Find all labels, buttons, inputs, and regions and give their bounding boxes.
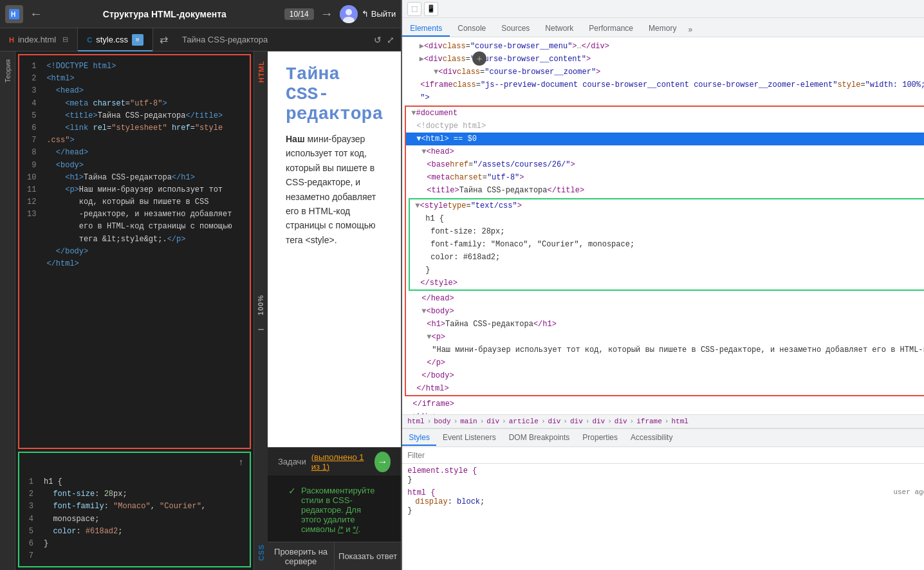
css-icon: C [87, 36, 92, 44]
breadcrumb-body[interactable]: body [434, 418, 450, 425]
dom-line: </iframe> [402, 398, 924, 410]
tab-close-html[interactable]: ⊟ [62, 35, 68, 44]
expand-icon[interactable]: ⤢ [387, 35, 394, 45]
logo: H [5, 5, 23, 23]
style-rule-html: user agent stylesheet html { display: bl… [407, 488, 924, 515]
scroll-up-icon[interactable]: ↑ [236, 454, 246, 470]
css-active-icon: ≡ [132, 34, 143, 46]
more-tabs-icon[interactable]: » [684, 23, 696, 37]
bottom-buttons: Проверить на сервере Показать ответ [268, 542, 401, 570]
html-icon: H [9, 36, 14, 44]
breadcrumb-div3[interactable]: div [570, 418, 583, 425]
styles-tab-event-listeners[interactable]: Event Listeners [436, 430, 503, 446]
inspect-element-button[interactable]: ⬚ [407, 2, 421, 16]
style-rule-html-close: } [407, 506, 412, 515]
styles-filter-input[interactable] [407, 451, 924, 460]
style-selector-html: html { [407, 488, 435, 497]
dom-line: "> [402, 91, 924, 104]
preview-text: Наш мини-браузер использует тот код, кот… [286, 132, 383, 247]
styles-tab-properties[interactable]: Properties [576, 430, 624, 446]
top-bar: H ← Структура HTML-документа 10/14 → ↰ В… [0, 0, 401, 28]
next-task-button[interactable]: → [374, 452, 391, 472]
svg-text:H: H [11, 11, 15, 18]
styles-tab-dom-breakpoints[interactable]: DOM Breakpoints [503, 430, 577, 446]
dom-line: ▼ #document [406, 107, 924, 120]
forward-button[interactable]: → [318, 4, 336, 24]
css-code-content[interactable]: h1 { font-size: 28px; font-family: "Mona… [39, 471, 250, 566]
dom-line: color: #618ad2; [410, 251, 924, 264]
tasks-label: Задачи [278, 457, 306, 466]
html-editor: 12345678910111213 <!DOCTYPE html> <html>… [18, 54, 251, 449]
tabs-bar: H index.html ⊟ C style.css ≡ ⇄ Тайна CSS… [0, 28, 401, 51]
dom-tree[interactable]: ▶ <div class="course-browser__menu">…</d… [402, 37, 924, 414]
css-editor: ↑ 1234567 h1 { font-size: 28px; font-fam… [18, 452, 251, 567]
back-button[interactable]: ← [27, 4, 45, 24]
dom-line: h1 { [410, 212, 924, 225]
dom-line: <meta charset="utf-8"> [406, 171, 924, 184]
breadcrumb-div1[interactable]: div [486, 418, 499, 425]
red-border-section: ▼ #document <!doctype html> ▼ <html> == … [405, 106, 924, 396]
html-vertical-label: HTML [255, 57, 267, 87]
progress-counter: 10/14 [284, 8, 314, 20]
task-link-1[interactable]: /* [338, 524, 344, 534]
styles-panel: Styles Event Listeners DOM Breakpoints P… [402, 428, 924, 570]
dom-line: </style> [410, 277, 924, 290]
tab-network[interactable]: Network [537, 21, 581, 37]
show-answer-button[interactable]: Показать ответ [335, 542, 401, 571]
breadcrumb-main[interactable]: main [460, 418, 477, 425]
style-prop-display: display: block; [407, 497, 485, 506]
theory-label[interactable]: Теория [3, 57, 13, 86]
exit-button[interactable]: ↰ Выйти [362, 9, 396, 19]
tab-swap-arrows[interactable]: ⇄ [153, 33, 174, 46]
styles-tab-accessibility[interactable]: Accessibility [624, 430, 679, 446]
reload-icon[interactable]: ↺ [374, 35, 382, 45]
breadcrumb-html[interactable]: html [407, 418, 424, 425]
styles-tab-styles[interactable]: Styles [402, 430, 436, 446]
tab-icons-right: ↺ ⤢ [367, 35, 401, 45]
task-link-2[interactable]: */ [353, 524, 358, 534]
left-sidebar: Теория [0, 51, 15, 570]
dom-line: <!doctype html> [406, 120, 924, 133]
breadcrumb-div4[interactable]: div [592, 418, 605, 425]
dom-line: <h1>Тайна CSS-редактора</h1> [406, 318, 924, 331]
preview-title: Тайна CSS-редактора [286, 64, 383, 124]
dom-line-html-selected[interactable]: ▼ <html> == $0 [406, 133, 924, 145]
tab-memory[interactable]: Memory [641, 21, 684, 37]
dom-line: <title>Тайна CSS-редактора</title> [406, 184, 924, 197]
task-description: ✓ Раскомментируйте стили в CSS-редакторе… [268, 475, 401, 542]
breadcrumb-article[interactable]: article [509, 418, 539, 425]
breadcrumb-iframe[interactable]: iframe [636, 418, 662, 425]
tab-performance[interactable]: Performance [581, 21, 641, 37]
style-selector: element.style { [407, 466, 477, 475]
breadcrumb-html2[interactable]: html [671, 418, 688, 425]
preview-tab-label: Тайна CSS-редактора [174, 35, 367, 44]
zoom-minus-icon[interactable]: − [255, 323, 267, 336]
dom-line: </body> [406, 369, 924, 382]
breadcrumb-bar: html › body › main › div › article › div… [402, 414, 924, 428]
html-code-content[interactable]: <!DOCTYPE html> <html> <head> <meta char… [41, 55, 250, 448]
device-toolbar-button[interactable]: 📱 [424, 2, 438, 16]
vertical-labels: HTML 100% − CSS [254, 51, 268, 570]
tab-index-html[interactable]: H index.html ⊟ [0, 28, 78, 51]
avatar [340, 5, 358, 23]
tab-style-css[interactable]: C style.css ≡ [78, 28, 153, 51]
style-source: user agent stylesheet [893, 488, 924, 496]
dom-line: "Наш мини-браузер использует тот код, ко… [406, 344, 924, 356]
dom-line: ▼ <body> [406, 305, 924, 318]
tab-elements[interactable]: Elements [402, 21, 450, 37]
css-line-numbers: 1234567 [19, 471, 39, 566]
dom-line: font-family: "Monaco", "Courier", monosp… [410, 238, 924, 251]
devtools-tabs: Elements Console Sources Network Perform… [402, 18, 924, 37]
dom-line: } [410, 264, 924, 277]
tasks-bar: Задачи (выполнено 1 из 1) → [268, 447, 401, 475]
tasks-link[interactable]: (выполнено 1 из 1) [311, 452, 369, 472]
breadcrumb-div5[interactable]: div [614, 418, 627, 425]
course-title: Структура HTML-документа [49, 9, 281, 19]
breadcrumb-div2[interactable]: div [548, 418, 561, 425]
dom-line: </p> [406, 356, 924, 369]
tab-sources[interactable]: Sources [494, 21, 537, 37]
dom-line: <iframe class="js--preview-document cour… [402, 78, 924, 91]
dom-line: <base href="/assets/courses/26/"> [406, 158, 924, 171]
check-server-button[interactable]: Проверить на сервере [268, 542, 335, 571]
tab-console[interactable]: Console [450, 21, 494, 37]
